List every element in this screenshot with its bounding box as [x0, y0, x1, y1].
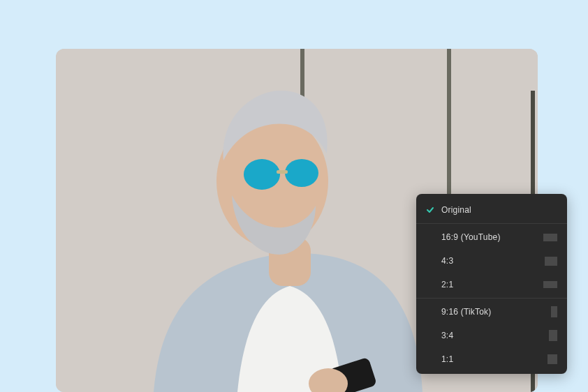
aspect-ratio-option[interactable]: 9:16 (TikTok)	[416, 300, 567, 324]
svg-point-7	[285, 159, 318, 187]
aspect-ratio-option[interactable]: 16:9 (YouTube)	[416, 225, 567, 249]
aspect-ratio-label: 4:3	[441, 256, 453, 266]
aspect-ratio-menu[interactable]: Original16:9 (YouTube)4:32:19:16 (TikTok…	[416, 194, 567, 374]
aspect-ratio-swatch-icon	[543, 234, 557, 241]
aspect-ratio-label: 9:16 (TikTok)	[441, 307, 492, 317]
menu-divider	[416, 223, 567, 224]
aspect-ratio-swatch-icon	[551, 306, 557, 317]
aspect-ratio-option[interactable]: 1:1	[416, 347, 567, 371]
svg-rect-8	[277, 170, 288, 174]
aspect-ratio-option[interactable]: 2:1	[416, 273, 567, 296]
aspect-ratio-label: Original	[441, 205, 471, 215]
aspect-ratio-swatch-icon	[543, 281, 557, 288]
check-icon	[426, 206, 434, 214]
aspect-ratio-option[interactable]: Original	[416, 198, 567, 222]
aspect-ratio-label: 2:1	[441, 280, 453, 289]
aspect-ratio-swatch-icon	[549, 330, 557, 341]
aspect-ratio-label: 1:1	[441, 354, 453, 364]
aspect-ratio-option[interactable]: 4:3	[416, 249, 567, 273]
aspect-ratio-label: 16:9 (YouTube)	[441, 232, 501, 242]
aspect-ratio-option[interactable]: 3:4	[416, 324, 567, 347]
aspect-ratio-label: 3:4	[441, 331, 453, 340]
menu-divider	[416, 298, 567, 299]
svg-point-6	[244, 159, 280, 190]
aspect-ratio-swatch-icon	[547, 354, 557, 364]
aspect-ratio-swatch-icon	[545, 257, 557, 266]
